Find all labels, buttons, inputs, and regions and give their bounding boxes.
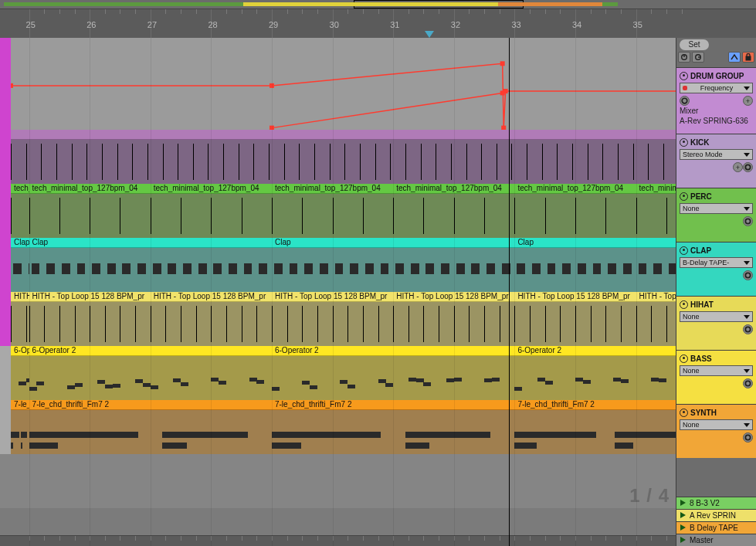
remove-lane-button[interactable] [743,324,753,334]
track-fold-icon[interactable] [680,354,688,363]
automation-chooser[interactable]: None [680,203,753,214]
back-history-button[interactable] [678,52,690,63]
clip-body[interactable] [514,356,676,400]
clip-body[interactable] [11,194,29,238]
clip-header[interactable]: Clap [11,238,29,248]
clip-header[interactable]: Clap [514,238,676,248]
track-header-perc[interactable]: PERC None [676,188,756,242]
track-title[interactable]: KICK [690,138,753,147]
track-lane-hihat[interactable]: HITH - Top Loop 15 128 BPM_prHITH - Top … [0,292,676,346]
fwd-history-button[interactable] [692,52,704,63]
return-track-header[interactable]: Master [676,534,756,546]
envelope-handle[interactable] [500,90,505,95]
track-title[interactable]: HIHAT [690,300,753,309]
automation-chooser[interactable]: None [680,311,753,322]
ruler-tick [59,9,60,14]
transient-marker [545,306,546,342]
automation-chooser[interactable]: Frequency [680,83,753,93]
track-header-kick[interactable]: KICK Stereo Mode + [676,134,756,188]
bar-ruler[interactable]: 2526272829303132333435 [0,8,756,38]
track-fold-icon[interactable] [680,72,688,80]
return-track-header[interactable]: A Rev SPRIN [676,509,756,521]
remove-lane-button[interactable] [743,378,753,388]
track-header-bass[interactable]: BASS None [676,350,756,404]
remove-lane-button[interactable] [743,432,753,443]
envelope-handle[interactable] [500,61,505,66]
playhead[interactable] [509,38,510,546]
automation-chooser[interactable]: None [680,365,753,376]
lane-gutter[interactable] [0,130,11,184]
track-header-clap[interactable]: CLAP B-Delay TAPE- [676,242,756,296]
set-button[interactable]: Set [680,39,709,50]
clip-header[interactable]: 6-Operator 2 [11,346,29,356]
clip-header[interactable]: 7-le_chd_thrifti_Fm7 2 [11,400,29,410]
clip-header[interactable]: tech_minimal_top_127bpm_04 [636,184,676,194]
transient-marker [618,144,619,180]
track-title[interactable]: SYNTH [690,409,753,417]
track-fold-icon[interactable] [680,300,688,309]
track-fold-icon[interactable] [680,246,688,255]
track-fold-icon[interactable] [680,138,688,147]
automation-chooser[interactable]: None [680,419,753,430]
bottom-ruler[interactable] [0,535,676,546]
return-track-header[interactable]: 8 B-3 V2 [676,497,756,509]
automation-chooser[interactable]: B-Delay TAPE- [680,257,753,268]
midi-note [29,443,59,449]
track-lane-perc[interactable]: tech_minimal_top_127bpm_04tech_minimal_t… [0,184,676,238]
loop-marker-icon[interactable] [425,31,434,38]
ruler-tick [530,9,531,14]
track-lane-bass[interactable]: 6-Operator 26-Operator 26-Operator 26-Op… [0,346,676,400]
track-fold-icon[interactable] [680,192,688,201]
midi-note [659,378,666,382]
clip-header[interactable]: 7-le_chd_thrifti_Fm7 2 [514,400,676,410]
track-fold-icon[interactable] [680,409,688,417]
automation-chooser[interactable]: Stereo Mode [680,149,753,160]
remove-lane-button[interactable] [743,162,753,172]
clip-header[interactable]: HITH - Top Loop 15 128 BPM_pr [636,292,676,302]
envelope-handle[interactable] [11,83,13,88]
track-title[interactable]: CLAP [690,246,753,255]
automation-lane[interactable] [0,38,676,130]
track-title[interactable]: BASS [690,354,753,363]
clip-body[interactable] [11,356,29,400]
lane-gutter[interactable] [0,184,11,238]
clip-body[interactable] [514,248,676,292]
lock-button[interactable] [742,52,754,63]
transient-marker [378,306,379,342]
remove-lane-button[interactable] [743,270,753,280]
lane-gutter[interactable] [0,400,11,454]
clip-body[interactable] [11,248,29,292]
clip-header[interactable]: 6-Operator 2 [514,346,676,356]
bottom-ruler-tick [242,536,242,541]
add-lane-button[interactable]: + [733,162,743,172]
arrangement-overview[interactable] [0,0,756,8]
device-toggle-icon[interactable] [680,96,690,106]
io-toggle-button[interactable] [728,52,741,63]
clip-body[interactable] [636,302,676,346]
add-lane-button[interactable]: + [743,96,753,106]
track-lane-kick[interactable] [0,130,676,184]
track-lane-clap[interactable]: ClapClapClapClap [0,238,676,292]
track-header-synth[interactable]: SYNTH None [676,404,756,458]
track-header-drumgroup[interactable]: DRUM GROUP Frequency + Mixer A-Rev SPRIN… [676,67,756,134]
lane-gutter[interactable] [0,238,11,292]
midi-note [532,263,541,274]
clip-body[interactable] [514,410,676,454]
return-track-header[interactable]: B Delay TAPE [676,521,756,534]
lane-gutter[interactable] [0,292,11,346]
track-header-panel: Set DRUM GROUP Frequency [676,38,756,546]
lane-gutter[interactable] [0,346,11,400]
automation-chooser-label: Stereo Mode [683,151,723,158]
clip-header[interactable]: tech_minimal_top_127bpm_04 [11,184,29,194]
track-header-hihat[interactable]: HIHAT None [676,296,756,350]
clip-header[interactable]: HITH - Top Loop 15 128 BPM_pr [11,292,29,302]
clip-body[interactable] [11,410,29,454]
clip-body[interactable] [11,302,29,346]
track-title[interactable]: DRUM GROUP [690,72,753,80]
remove-lane-button[interactable] [743,216,753,226]
track-lane-synth[interactable]: 7-le_chd_thrifti_Fm7 27-le_chd_thrifti_F… [0,400,676,454]
arrangement-timeline[interactable]: tech_minimal_top_127bpm_04tech_minimal_t… [0,38,676,546]
track-title[interactable]: PERC [690,192,753,201]
automation-gutter[interactable] [0,38,11,130]
clip-body[interactable] [636,194,676,238]
